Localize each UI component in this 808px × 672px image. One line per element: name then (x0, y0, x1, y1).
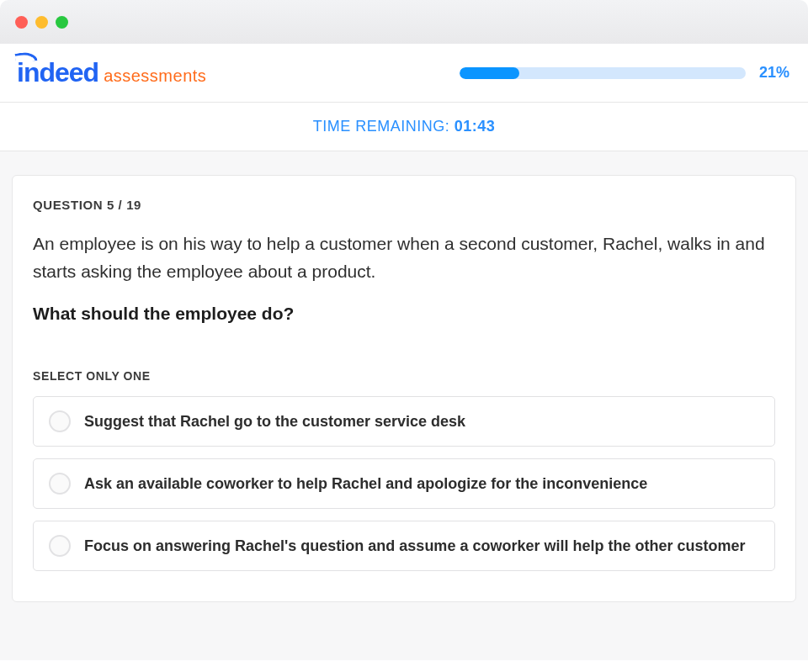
radio-icon (49, 473, 71, 495)
answer-option[interactable]: Focus on answering Rachel's question and… (33, 521, 775, 571)
answer-option[interactable]: Suggest that Rachel go to the customer s… (33, 396, 775, 447)
window-titlebar (0, 0, 808, 44)
progress-bar (460, 67, 746, 79)
brand-logo: indeed assessments (17, 57, 206, 88)
select-instruction: SELECT ONLY ONE (33, 369, 775, 383)
content-area: QUESTION 5 / 19 An employee is on his wa… (0, 151, 808, 660)
question-counter: QUESTION 5 / 19 (33, 198, 775, 212)
answer-option[interactable]: Ask an available coworker to help Rachel… (33, 458, 775, 509)
answer-option-text: Suggest that Rachel go to the customer s… (84, 413, 465, 431)
window-minimize-button[interactable] (35, 16, 48, 29)
answer-option-text: Focus on answering Rachel's question and… (84, 537, 745, 555)
window-zoom-button[interactable] (56, 16, 68, 29)
radio-icon (49, 535, 71, 557)
app-header: indeed assessments 21% (0, 44, 808, 103)
timer-row: TIME REMAINING: 01:43 (0, 103, 808, 151)
question-card: QUESTION 5 / 19 An employee is on his wa… (12, 175, 796, 602)
progress-bar-fill (460, 67, 519, 79)
window-close-button[interactable] (15, 16, 28, 29)
question-prompt: What should the employee do? (33, 304, 775, 324)
brand-subtitle: assessments (104, 66, 206, 86)
progress-section: 21% (460, 64, 789, 82)
answer-option-text: Ask an available coworker to help Rachel… (84, 475, 647, 493)
timer-value: 01:43 (454, 118, 496, 135)
question-scenario: An employee is on his way to help a cust… (33, 230, 775, 285)
radio-icon (49, 410, 71, 432)
brand-wordmark: indeed (17, 57, 98, 88)
timer-label: TIME REMAINING: (313, 118, 454, 135)
progress-percent: 21% (759, 64, 789, 82)
